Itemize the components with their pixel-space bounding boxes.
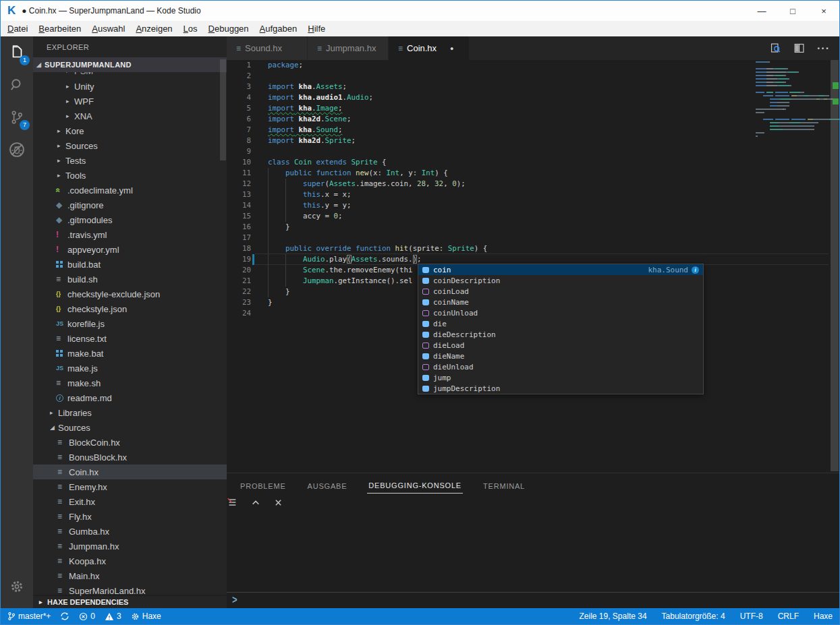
suggestion-dieload[interactable]: dieLoad [418,340,703,351]
code-editor[interactable]: 1package;23import kha.Assets;4import kha… [227,60,839,473]
git-branch-status[interactable]: master*+ [7,612,51,621]
tree-item-build-bat[interactable]: build.bat [33,257,227,272]
tree-item-psm[interactable]: ▸PSM [33,72,227,79]
code-line-3[interactable]: 3import kha.Assets; [227,82,839,92]
tree-item-coin-hx[interactable]: ≡Coin.hx [33,465,227,479]
maximize-panel-icon[interactable] [251,498,260,508]
suggestion-coinname[interactable]: coinName [418,297,703,307]
more-actions-icon[interactable]: ··· [817,42,830,55]
error-count[interactable]: 0 [79,612,95,621]
menu-los[interactable]: Los [178,21,203,36]
sidebar-scrollbar[interactable] [220,59,226,160]
code-line-4[interactable]: 4import kha.audio1.Audio; [227,92,839,103]
clear-console-icon[interactable] [227,498,237,508]
suggestion-coinunload[interactable]: coinUnload [418,307,703,318]
code-line-17[interactable]: 17 [227,233,839,243]
suggestion-coinload[interactable]: coinLoad [418,286,703,297]
menu-auswahl[interactable]: Auswahl [86,21,130,36]
panel-tab-ausgabe[interactable]: AUSGABE [306,478,349,494]
haxe-server-status[interactable]: Haxe [131,612,161,621]
debug-activity-icon[interactable] [1,133,33,166]
code-line-5[interactable]: 5import kha.Image; [227,103,839,114]
code-line-1[interactable]: 1package; [227,60,839,71]
code-line-6[interactable]: 6import kha2d.Scene; [227,114,839,125]
tree-item-gitignore[interactable]: ◆.gitignore [33,198,227,212]
tab-sound-hx[interactable]: ≡Sound.hx [227,36,308,60]
panel-tab-terminal[interactable]: TERMINAL [482,478,526,494]
tree-item-tools[interactable]: ▸Tools [33,168,227,183]
suggestion-die[interactable]: die [418,318,703,329]
tree-item-unity[interactable]: ▸Unity [33,79,227,94]
suggestion-dieunload[interactable]: dieUnload [418,361,703,372]
menu-aufgaben[interactable]: Aufgaben [254,21,303,36]
tree-item-make-sh[interactable]: ≡make.sh [33,376,227,390]
tree-item-korefile-js[interactable]: JSkorefile.js [33,316,227,331]
tab-coin-hx[interactable]: ≡Coin.hx● [389,36,470,60]
panel-tab-probleme[interactable]: PROBLEME [239,478,287,494]
tree-root-folder[interactable]: ◢ SUPERJUMPMANLAND [33,57,227,72]
menu-hilfe[interactable]: Hilfe [302,21,331,36]
code-line-16[interactable]: 16 } [227,222,839,233]
title-bar[interactable]: K ● Coin.hx — SuperJumpmanLand — Kode St… [1,1,839,21]
suggestion-jump[interactable]: jump [418,372,703,383]
code-line-9[interactable]: 9 [227,146,839,157]
panel-tab-debugging-konsole[interactable]: DEBUGGING-KONSOLE [367,477,463,494]
tab-jumpman-hx[interactable]: ≡Jumpman.hx [308,36,389,60]
tree-item-gumba-hx[interactable]: ≡Gumba.hx [33,524,227,539]
tree-item-fly-hx[interactable]: ≡Fly.hx [33,509,227,524]
menu-anzeigen[interactable]: Anzeigen [130,21,177,36]
suggestion-coin[interactable]: coinkha.Soundi [418,264,703,275]
tab-size[interactable]: Tabulatorgröße: 4 [662,612,725,621]
language-mode[interactable]: Haxe [814,612,833,621]
menu-debuggen[interactable]: Debuggen [203,21,254,36]
tree-item-kore[interactable]: ▸Kore [33,123,227,138]
code-line-12[interactable]: 12 super(Assets.images.coin, 28, 32, 0); [227,179,839,189]
tree-item-jumpman-hx[interactable]: ≡Jumpman.hx [33,539,227,554]
suggestion-coindescription[interactable]: coinDescription [418,275,703,286]
suggestion-diedescription[interactable]: dieDescription [418,329,703,340]
tree-item-enemy-hx[interactable]: ≡Enemy.hx [33,479,227,494]
explorer-activity-icon[interactable]: 1 [1,36,33,69]
suggestion-jumpdescription[interactable]: jumpDescription [418,383,703,394]
tree-item-make-js[interactable]: JSmake.js [33,361,227,376]
overview-ruler[interactable] [831,60,839,471]
tree-item-sources[interactable]: ▸Sources [33,138,227,153]
settings-gear-button[interactable] [1,570,33,603]
haxe-dependencies-section[interactable]: ▸ HAXE DEPENDENCIES [33,596,227,608]
tree-item-koopa-hx[interactable]: ≡Koopa.hx [33,554,227,568]
tree-item-gitmodules[interactable]: ◆.gitmodules [33,212,227,227]
tree-item-codeclimate-yml[interactable]: «.codeclimate.yml [33,183,227,198]
tree-item-license-txt[interactable]: ≡license.txt [33,331,227,346]
tree-item-make-bat[interactable]: make.bat [33,346,227,361]
code-line-8[interactable]: 8import kha2d.Sprite; [227,136,839,146]
code-line-15[interactable]: 15 accy = 0; [227,211,839,222]
code-line-13[interactable]: 13 this.x = x; [227,189,839,200]
tree-item-readme-md[interactable]: ireadme.md [33,390,227,405]
sync-status[interactable] [60,612,69,621]
open-preview-icon[interactable] [770,42,781,54]
tree-item-sources[interactable]: ◢Sources [33,420,227,435]
tree-item-main-hx[interactable]: ≡Main.hx [33,568,227,583]
close-button[interactable]: × [808,1,839,21]
tree-item-checkstyle-exclude-json[interactable]: {}checkstyle-exclude.json [33,287,227,301]
code-line-10[interactable]: 10class Coin extends Sprite { [227,157,839,168]
tree-item-tests[interactable]: ▸Tests [33,153,227,168]
code-line-14[interactable]: 14 this.y = y; [227,200,839,211]
menu-bearbeiten[interactable]: Bearbeiten [33,21,86,36]
tree-item-build-sh[interactable]: ≡build.sh [33,272,227,287]
tree-item-libraries[interactable]: ▸Libraries [33,405,227,420]
tree-item-blockcoin-hx[interactable]: ≡BlockCoin.hx [33,435,227,450]
close-panel-icon[interactable] [274,498,283,507]
minimize-button[interactable]: — [746,1,777,21]
warning-count[interactable]: 3 [105,612,121,621]
split-editor-icon[interactable] [793,42,805,54]
debug-console-input[interactable]: > [227,592,839,607]
tree-item-checkstyle-json[interactable]: {}checkstyle.json [33,301,227,316]
tree-item-exit-hx[interactable]: ≡Exit.hx [33,494,227,509]
code-line-7[interactable]: 7import kha.Sound; [227,125,839,136]
code-line-18[interactable]: 18 public override function hit(sprite: … [227,243,839,254]
eol[interactable]: CRLF [778,612,799,621]
code-line-11[interactable]: 11 public function new(x: Int, y: Int) { [227,168,839,179]
tree-item-bonusblock-hx[interactable]: ≡BonusBlock.hx [33,450,227,465]
tree-item-appveyor-yml[interactable]: !appveyor.yml [33,242,227,257]
